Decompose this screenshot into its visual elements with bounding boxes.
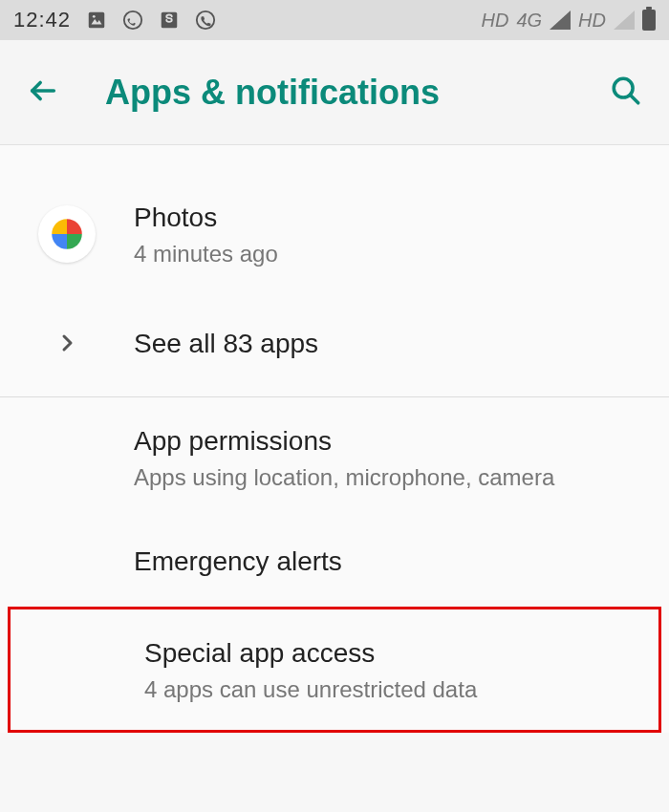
svg-rect-0 [89,12,105,29]
phone-icon [195,10,216,31]
battery-icon [642,10,656,31]
settings-item-title: Special app access [144,636,639,671]
whatsapp-icon [122,10,143,31]
chevron-right-icon [55,331,78,358]
recent-app-photos[interactable]: Photos 4 minutes ago [0,145,669,292]
svg-line-8 [630,95,638,103]
back-button[interactable] [27,75,59,111]
recent-app-subtitle: 4 minutes ago [134,241,650,267]
sim1-hd-label: HD [482,10,509,32]
page-title: Apps & notifications [105,73,564,113]
see-all-apps[interactable]: See all 83 apps [0,292,669,395]
settings-item-title: Emergency alerts [134,545,650,579]
see-all-apps-label: See all 83 apps [134,327,650,361]
svg-point-5 [197,11,214,29]
app-s-icon [159,10,180,31]
settings-item-subtitle: 4 apps can use unrestricted data [144,676,639,703]
svg-point-2 [93,15,96,18]
app-bar: Apps & notifications [0,40,669,145]
clock: 12:42 [13,8,71,32]
photos-app-icon [38,205,96,263]
image-icon [86,10,107,31]
settings-item-app-permissions[interactable]: App permissions Apps using location, mic… [0,397,669,518]
settings-item-subtitle: Apps using location, microphone, camera [134,464,650,491]
sim2-hd-label: HD [578,10,606,32]
signal-icon [550,11,571,30]
recent-app-title: Photos [134,201,650,235]
status-bar: 12:42 HD 4G HD [0,0,669,40]
settings-item-title: App permissions [134,424,650,459]
svg-point-3 [124,11,141,29]
signal-icon [614,11,635,30]
settings-item-special-app-access[interactable]: Special app access 4 apps can use unrest… [8,607,661,733]
sim1-tech-label: 4G [516,10,542,32]
settings-item-emergency-alerts[interactable]: Emergency alerts [0,518,669,606]
search-button[interactable] [610,75,642,111]
